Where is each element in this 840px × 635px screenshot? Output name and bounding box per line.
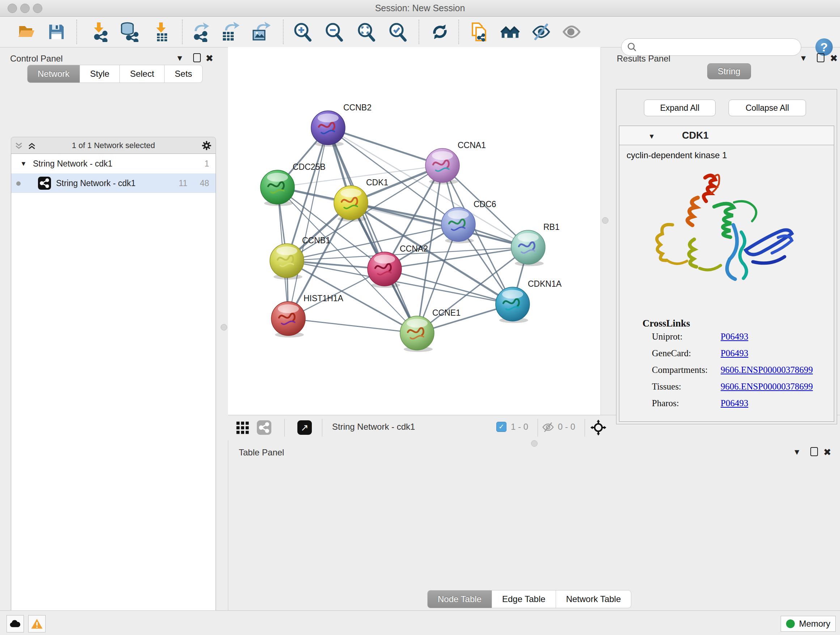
apply-layout-icon[interactable] [430, 22, 450, 42]
zoom-selected-icon[interactable] [387, 22, 408, 42]
control-panel-tabs: NetworkStyleSelectSets [27, 65, 202, 83]
tab-edge-table[interactable]: Edge Table [492, 590, 556, 608]
import-table-icon[interactable] [152, 22, 172, 42]
toolbar-separator [76, 19, 77, 44]
node-label-HIST1H1A: HIST1H1A [303, 294, 344, 303]
zoom-in-icon[interactable] [292, 22, 313, 42]
tab-network-table[interactable]: Network Table [556, 590, 632, 608]
title-bar: Session: New Session [0, 0, 840, 17]
table-panel-title: Table Panel [239, 448, 284, 458]
node-CDKN1A[interactable]: CDKN1A [496, 279, 562, 323]
string-network-icon [38, 177, 51, 190]
home-icon[interactable] [500, 22, 521, 42]
crosslinks-list: Uniprot:P06493GeneCard:P06493Compartment… [652, 332, 826, 415]
gene-section-header[interactable]: ▼ CDK1 [619, 126, 834, 145]
toolbar-separator [283, 19, 284, 44]
table-panel-close-icon[interactable]: ✖ [823, 447, 831, 458]
gene-section: ▼ CDK1 cyclin-dependent kinase 1 [619, 126, 834, 422]
duplicate-network-icon[interactable] [469, 22, 489, 42]
crosslink-value-link[interactable]: P06493 [721, 348, 748, 358]
node-label-RB1: RB1 [543, 222, 560, 232]
memory-status-dot [786, 619, 795, 628]
node-label-CCNA1: CCNA1 [458, 141, 486, 150]
tab-node-table[interactable]: Node Table [427, 590, 492, 608]
results-panel-close-icon[interactable]: ✖ [830, 53, 838, 64]
network-canvas[interactable]: CCNB2CCNA1CDC25BCDK1CDC6RB1CCNB1CCNA2CDK… [228, 47, 601, 415]
collection-expander-icon[interactable]: ▼ [20, 154, 27, 173]
node-label-CCNE1: CCNE1 [432, 308, 461, 318]
edge-HIST1H1A-CCNE1[interactable] [288, 318, 417, 333]
section-expander-icon[interactable]: ▼ [648, 133, 655, 140]
network-label: String Network - cdk1 [56, 173, 136, 193]
node-RB1[interactable]: RB1 [511, 222, 560, 266]
save-session-icon[interactable] [46, 22, 66, 42]
crosslink-value-link[interactable]: P06493 [721, 398, 748, 409]
tab-select[interactable]: Select [120, 65, 164, 83]
selected-checkbox-icon[interactable]: ✓ [496, 422, 507, 432]
network-view-title: String Network - cdk1 [332, 422, 415, 432]
import-network-database-icon[interactable] [119, 22, 140, 42]
cloud-button[interactable] [6, 615, 24, 632]
collection-count: 1 [204, 154, 209, 173]
toolbar-separator [418, 19, 419, 44]
results-panel-title: Results Panel [617, 54, 670, 64]
tab-style[interactable]: Style [80, 65, 120, 83]
results-panel-float-menu-icon[interactable]: ▼ [799, 54, 807, 63]
memory-button[interactable]: Memory [781, 616, 836, 632]
node-CDK1[interactable]: CDK1 [334, 178, 388, 222]
table-panel-float-menu-icon[interactable]: ▼ [793, 448, 801, 457]
node-CCNB2[interactable]: CCNB2 [311, 103, 371, 147]
grid-view-icon[interactable] [236, 421, 249, 435]
zoom-out-icon[interactable] [324, 22, 344, 42]
crosslink-label: Uniprot: [652, 332, 721, 342]
network-graph[interactable]: CCNB2CCNA1CDC25BCDK1CDC6RB1CCNB1CCNA2CDK… [228, 47, 600, 415]
hide-graphics-details-icon[interactable] [531, 22, 551, 42]
collapse-all-button[interactable]: Collapse All [729, 100, 806, 116]
tab-sets[interactable]: Sets [164, 65, 202, 83]
network-collection-row[interactable]: ▼ String Network - cdk1 1 [11, 154, 216, 173]
control-panel-close-icon[interactable]: ✖ [205, 53, 213, 64]
crosslinks-title: CrossLinks [643, 318, 690, 329]
control-panel-title: Control Panel [10, 54, 63, 64]
node-HIST1H1A[interactable]: HIST1H1A [271, 294, 344, 337]
main-toolbar: ? [0, 17, 840, 48]
control-panel-float-menu-icon[interactable]: ▼ [176, 54, 184, 63]
selected-nodes-edges-count: 1 - 0 [511, 422, 528, 432]
results-panel-float-icon[interactable] [817, 53, 824, 62]
tab-network[interactable]: Network [27, 65, 80, 83]
cloud-icon [9, 619, 21, 629]
memory-label: Memory [799, 619, 831, 629]
left-splitter-handle[interactable] [221, 324, 227, 331]
export-image-icon[interactable] [251, 22, 271, 42]
hidden-nodes-edges-count: 0 - 0 [558, 422, 575, 432]
network-row-selected[interactable]: String Network - cdk1 11 48 [11, 173, 216, 193]
export-table-icon[interactable] [220, 22, 240, 42]
node-label-CCNB2: CCNB2 [343, 103, 371, 112]
edge-CCNB2-CCNA1[interactable] [328, 128, 442, 165]
node-label-CCNA2: CCNA2 [400, 244, 428, 253]
node-label-CCNB1: CCNB1 [302, 236, 330, 245]
network-selection-bar: 1 of 1 Network selected [11, 137, 216, 154]
crosslink-value-link[interactable]: 9606.ENSP00000378699 [721, 382, 813, 392]
import-network-icon[interactable] [90, 22, 110, 42]
selection-status: 1 of 1 Network selected [11, 137, 216, 154]
zoom-fit-icon[interactable] [356, 22, 376, 42]
node-label-CDC25B: CDC25B [293, 162, 325, 172]
export-network-icon[interactable] [191, 22, 211, 42]
network-options-gear-icon[interactable] [201, 140, 212, 151]
tab-string[interactable]: String [707, 63, 751, 79]
warnings-button[interactable] [28, 615, 46, 632]
birds-eye-view-icon[interactable]: ↗ [297, 420, 312, 435]
crosslink-value-link[interactable]: P06493 [721, 332, 748, 342]
expand-all-button[interactable]: Expand All [644, 100, 715, 116]
crosslink-label: Pharos: [652, 398, 721, 409]
hidden-eye-icon [542, 422, 554, 432]
open-session-icon[interactable] [17, 22, 37, 42]
right-splitter-handle[interactable] [602, 217, 608, 224]
edge-CCNB2-HIST1H1A[interactable] [288, 128, 328, 318]
level-of-detail-icon[interactable] [561, 22, 582, 42]
network-view-icon[interactable] [257, 420, 271, 435]
control-panel-float-icon[interactable] [193, 53, 201, 62]
crosslink-value-link[interactable]: 9606.ENSP00000378699 [721, 365, 813, 375]
table-panel-float-icon[interactable] [810, 447, 818, 456]
